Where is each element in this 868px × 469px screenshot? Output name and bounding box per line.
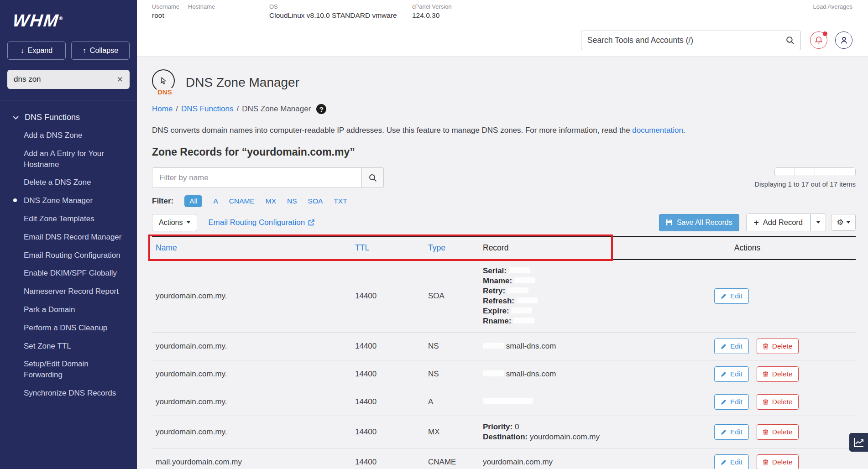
zone-records-table-wrap: Name TTL Type Record Actions yourdomain.… [152,236,856,469]
record-ttl: 14400 [351,260,424,333]
pagination-next-button[interactable]: > [815,168,835,176]
sidebar-item-edit-zone-templates[interactable]: Edit Zone Templates [0,210,137,228]
table-settings-button[interactable]: ⚙ [831,214,856,231]
sidebar-search-input[interactable] [14,75,117,84]
edit-label: Edit [730,370,743,378]
sidebar-item-enable-dkim-spf[interactable]: Enable DKIM/SPF Globally [0,264,137,282]
account-button[interactable] [835,31,852,49]
sidebar-item-add-a-dns-zone[interactable]: Add a DNS Zone [0,126,137,145]
save-all-records-button[interactable]: Save All Records [659,214,739,231]
record-name: yourdomain.com.my. [152,260,351,333]
record-ttl: 14400 [351,388,424,416]
edit-record-button[interactable]: Edit [714,288,749,304]
collapse-button[interactable]: ↑ Collapse [71,42,130,60]
expand-button[interactable]: ↓ Expand [7,42,66,60]
pagination-first-button[interactable]: << [775,168,795,176]
breadcrumb-home-link[interactable]: Home [152,104,173,114]
record-field-label: Refresh: [483,297,514,305]
edit-record-button[interactable]: Edit [714,424,749,440]
sidebar-item-synchronize-dns-records[interactable]: Synchronize DNS Records [0,384,137,402]
sidebar-item-dns-zone-manager[interactable]: DNS Zone Manager [0,192,137,210]
sidebar-item-add-a-entry-hostname[interactable]: Add an A Entry for Your Hostname [0,145,137,174]
delete-record-button[interactable]: Delete [757,424,799,440]
dns-badge-text: DNS [157,88,173,96]
edit-record-button[interactable]: Edit [714,394,749,410]
server-load-quickview-button[interactable] [849,433,868,452]
redacted-value [511,307,532,313]
hostname-label: Hostname [188,2,269,10]
add-record-button[interactable]: + Add Record [746,214,810,231]
breadcrumb-separator: / [176,104,178,114]
record-field-label: Serial: [483,266,507,275]
plus-icon: + [754,219,759,226]
delete-record-button[interactable]: Delete [757,454,799,469]
breadcrumb-dns-functions-link[interactable]: DNS Functions [181,104,233,114]
sidebar-item-perform-dns-cleanup[interactable]: Perform a DNS Cleanup [0,319,137,337]
sidebar-item-email-routing-configuration[interactable]: Email Routing Configuration [0,246,137,265]
page-content: DNS DNS Zone Manager Home / DNS Function… [137,69,868,469]
global-search-box [581,31,801,50]
clear-search-icon[interactable]: ✕ [117,75,123,84]
user-icon [840,36,848,45]
sidebar-section-dns-functions[interactable]: DNS Functions [0,109,137,126]
delete-record-button[interactable]: Delete [757,339,799,354]
filter-pill-mx[interactable]: MX [266,197,276,205]
table-row: yourdomain.com.my. 14400 MX Priority: 0 … [152,416,856,448]
sidebar-item-park-a-domain[interactable]: Park a Domain [0,301,137,319]
filter-by-name-input[interactable] [152,167,362,188]
column-header-ttl[interactable]: TTL [351,236,424,260]
column-header-name[interactable]: Name [152,236,351,260]
pagination-last-button[interactable]: >> [835,168,855,176]
edit-record-button[interactable]: Edit [714,366,749,382]
sidebar-item-label: DNS Zone Manager [24,196,93,205]
filter-pill-ns[interactable]: NS [287,197,297,205]
cpanel-version-label: cPanel Version [412,2,452,10]
add-record-dropdown-button[interactable] [810,214,826,231]
filter-pill-all[interactable]: All [184,195,202,207]
save-icon [666,219,673,226]
edit-label: Edit [730,458,743,466]
username-label: Username [152,2,188,10]
filter-pill-soa[interactable]: SOA [308,197,323,205]
sidebar-item-nameserver-record-report[interactable]: Nameserver Record Report [0,282,137,301]
record-type: CNAME [424,448,479,469]
record-text: small-dns.com [506,370,556,378]
record-value [479,388,639,416]
sidebar-item-email-dns-record-manager[interactable]: Email DNS Record Manager [0,228,137,246]
documentation-link[interactable]: documentation [632,126,683,135]
edit-record-button[interactable]: Edit [714,454,749,469]
add-record-label: Add Record [763,218,803,227]
delete-label: Delete [772,398,793,406]
edit-record-button[interactable]: Edit [714,339,749,354]
trash-icon [763,459,769,465]
filter-search-button[interactable] [362,167,384,188]
search-icon[interactable] [786,36,795,45]
delete-record-button[interactable]: Delete [757,366,799,382]
record-field-label: Expire: [483,307,509,315]
sidebar-item-setup-domain-forwarding[interactable]: Setup/Edit Domain Forwarding [0,355,137,384]
sidebar-item-set-zone-ttl[interactable]: Set Zone TTL [0,337,137,355]
delete-record-button[interactable]: Delete [757,394,799,410]
global-search-input[interactable] [587,36,786,45]
load-averages-label: Load Averages [813,2,853,10]
email-routing-configuration-link[interactable]: Email Routing Configuration [208,218,314,227]
dns-zone-manager-icon: DNS [152,69,178,96]
whm-logo[interactable]: WHM® [12,11,65,31]
help-icon[interactable]: ? [316,104,326,114]
filter-pill-cname[interactable]: CNAME [229,197,255,205]
filter-pill-txt[interactable]: TXT [334,197,347,205]
caret-down-icon [187,221,190,224]
filter-pill-a[interactable]: A [213,197,218,205]
notifications-button[interactable] [810,31,827,49]
sidebar-item-delete-dns-zone[interactable]: Delete a DNS Zone [0,173,137,192]
trash-icon [763,399,769,405]
redacted-value [517,297,538,303]
redacted-value [507,287,528,293]
actions-dropdown-button[interactable]: Actions [152,214,197,231]
pagination-prev-button[interactable]: < [795,168,815,176]
column-header-type[interactable]: Type [424,236,479,260]
record-name: mail.yourdomain.com.my [152,448,351,469]
breadcrumb-current: DNS Zone Manager [242,104,311,114]
sidebar: WHM® ↓ Expand ↑ Collapse ✕ DNS Functions… [0,0,137,469]
record-ttl: 14400 [351,360,424,388]
